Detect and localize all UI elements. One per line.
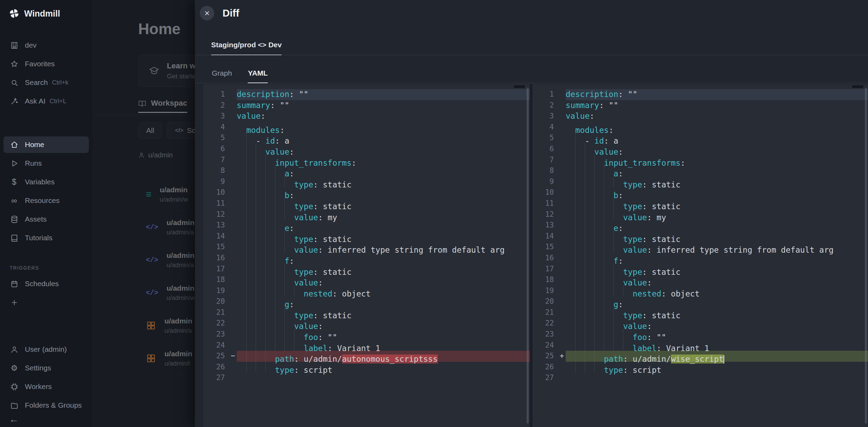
sidebar-item-label: Favorites [25, 60, 55, 68]
code-text[interactable]: f: [566, 253, 868, 264]
diff-marker [558, 285, 566, 297]
shortcut-hint: Ctrl+k [52, 79, 69, 86]
brand[interactable]: Windmill [0, 0, 92, 19]
tab-graph[interactable]: Graph [212, 69, 232, 83]
sidebar-item-plus-icon[interactable] [3, 294, 89, 311]
tab-staging-prod-dev[interactable]: Staging/prod <> Dev [211, 41, 282, 55]
code-text[interactable]: path: u/admin/wise_script [566, 351, 868, 362]
code-text[interactable]: e: [237, 220, 530, 231]
code-text[interactable]: value: my [237, 209, 530, 220]
sidebar-item-variables[interactable]: $Variables [3, 174, 89, 190]
sidebar-item-tutorials[interactable]: Tutorials [3, 230, 89, 246]
code-text[interactable]: modules: [566, 122, 868, 133]
code-text[interactable]: type: static [566, 264, 868, 275]
sidebar-item-user-admin[interactable]: User (admin) [3, 341, 89, 358]
code-text[interactable]: summary: "" [566, 100, 868, 111]
code-text[interactable]: - id: a [566, 133, 868, 144]
code-text[interactable]: type: static [566, 176, 868, 187]
code-text[interactable]: value: my [566, 209, 868, 220]
scrollbar[interactable] [865, 88, 867, 424]
line-number: 21 [532, 307, 558, 318]
code-text[interactable]: path: u/admin/autonomous_scriptsss [237, 351, 530, 362]
play-icon [9, 159, 19, 167]
diff-line-right-17: 17type: static [532, 264, 868, 275]
code-text[interactable]: type: static [566, 198, 868, 209]
code-text[interactable]: - id: a [237, 133, 530, 144]
sidebar-item-workers[interactable]: Workers [3, 378, 89, 395]
diff-marker [229, 296, 237, 307]
code-text[interactable]: value: [566, 318, 868, 329]
sidebar-item-search[interactable]: SearchCtrl+k [3, 74, 89, 91]
sidebar-item-assets[interactable]: Assets [3, 211, 89, 227]
code-text[interactable]: a: [566, 165, 868, 176]
diff-marker [229, 187, 237, 198]
code-text[interactable]: label: Variant 1 [237, 340, 530, 351]
diff-marker [558, 165, 566, 176]
code-text[interactable] [237, 372, 530, 384]
diff-view-tabs: GraphYAML [195, 55, 868, 83]
code-text[interactable]: b: [237, 187, 530, 198]
code-text[interactable]: type: static [237, 307, 530, 318]
code-text[interactable]: value: [237, 318, 530, 329]
diff-pane-modified[interactable]: 1description: ""2summary: ""3value:4modu… [532, 84, 868, 427]
code-text[interactable]: type: static [566, 307, 868, 318]
code-text[interactable]: label: Variant 1 [566, 340, 868, 351]
fold-widget[interactable] [514, 85, 525, 88]
line-number: 10 [204, 187, 229, 198]
code-text[interactable]: description: "" [566, 89, 868, 100]
sidebar-item-ask-ai[interactable]: Ask AICtrl+L [3, 93, 89, 109]
code-text[interactable]: a: [237, 165, 530, 176]
code-text[interactable]: value: [566, 111, 868, 122]
code-text[interactable]: type: script [237, 362, 530, 373]
sidebar-item-favorites[interactable]: Favorites [3, 56, 89, 72]
code-text[interactable]: value: [237, 111, 530, 122]
sidebar-item-runs[interactable]: Runs [3, 155, 89, 172]
code-text[interactable]: value: inferred type string from default… [566, 242, 868, 253]
sidebar-item-settings[interactable]: ⚙Settings [3, 360, 89, 376]
sidebar-item-schedules[interactable]: Schedules [3, 275, 89, 292]
code-text[interactable]: type: script [566, 362, 868, 373]
collapse-sidebar-icon[interactable]: ← [9, 414, 19, 425]
scrollbar[interactable] [527, 88, 529, 424]
pane-resize-sash[interactable] [530, 84, 532, 427]
code-text[interactable]: type: static [237, 231, 530, 242]
diff-marker [558, 231, 566, 242]
code-text[interactable]: modules: [237, 122, 530, 133]
diff-marker [558, 111, 566, 122]
code-text[interactable] [566, 372, 868, 384]
code-text[interactable]: input_transforms: [237, 155, 530, 166]
code-text[interactable]: value: inferred type string from default… [237, 242, 530, 253]
line-number: 6 [532, 144, 558, 155]
code-text[interactable]: foo: "" [566, 329, 868, 340]
code-text[interactable]: value: [237, 144, 530, 155]
code-text[interactable]: b: [566, 187, 868, 198]
code-text[interactable]: value: [566, 274, 868, 285]
code-text[interactable]: value: [566, 144, 868, 155]
code-text[interactable]: type: static [566, 231, 868, 242]
diff-marker [229, 372, 237, 384]
close-icon: × [204, 8, 209, 19]
fold-widget[interactable] [852, 85, 863, 88]
sidebar-item-label: User (admin) [25, 345, 67, 353]
code-text[interactable]: type: static [237, 264, 530, 275]
code-text[interactable]: g: [237, 296, 530, 307]
code-text[interactable]: f: [237, 253, 530, 264]
diff-pane-original[interactable]: 1description: ""2summary: ""3value:4modu… [204, 84, 530, 427]
code-text[interactable]: value: [237, 274, 530, 285]
code-text[interactable]: foo: "" [237, 329, 530, 340]
code-text[interactable]: nested: object [566, 285, 868, 297]
code-text[interactable]: e: [566, 220, 868, 231]
code-text[interactable]: g: [566, 296, 868, 307]
tab-yaml[interactable]: YAML [248, 69, 268, 83]
close-button[interactable]: × [200, 6, 214, 20]
code-text[interactable]: summary: "" [237, 100, 530, 111]
code-text[interactable]: type: static [237, 176, 530, 187]
sidebar-item-folders-groups[interactable]: Folders & Groups [3, 397, 89, 414]
sidebar-item-dev[interactable]: dev [3, 37, 89, 54]
sidebar-item-resources[interactable]: ∞Resources [3, 192, 89, 209]
code-text[interactable]: nested: object [237, 285, 530, 297]
code-text[interactable]: input_transforms: [566, 155, 868, 166]
code-text[interactable]: type: static [237, 198, 530, 209]
code-text[interactable]: description: "" [237, 89, 530, 100]
sidebar-item-home[interactable]: Home [3, 136, 89, 153]
